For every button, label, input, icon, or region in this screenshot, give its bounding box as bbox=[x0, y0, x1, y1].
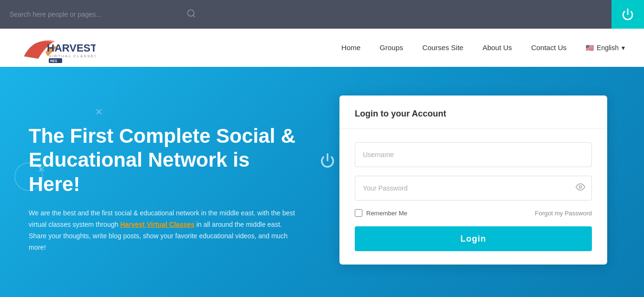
search-input[interactable] bbox=[10, 11, 201, 18]
nav-item-courses-site[interactable]: Courses Site bbox=[422, 43, 463, 52]
nav-links: Home Groups Courses Site About Us Contac… bbox=[341, 43, 625, 52]
hero-section: × × The First Complete Social & Educatio… bbox=[0, 67, 644, 297]
login-card: Login to your Account bbox=[339, 95, 607, 265]
hero-title: The First Complete Social & Educational … bbox=[29, 124, 296, 196]
remember-row: Remember Me Forgot my Password bbox=[355, 209, 592, 217]
eye-icon[interactable] bbox=[576, 182, 585, 194]
login-sidebar bbox=[316, 95, 339, 170]
hero-desc-link[interactable]: Harvest Virtual Classes bbox=[120, 221, 194, 228]
nav-item-about-us[interactable]: About Us bbox=[482, 43, 512, 52]
login-card-wrap: Login to your Account bbox=[316, 86, 607, 265]
svg-point-10 bbox=[579, 186, 582, 188]
nav-item-groups[interactable]: Groups bbox=[380, 43, 403, 52]
language-selector[interactable]: 🇺🇸 English ▾ bbox=[586, 44, 625, 52]
deco-circle-small bbox=[14, 162, 43, 191]
login-button[interactable]: Login bbox=[355, 226, 592, 251]
sidebar-power-icon bbox=[320, 153, 335, 170]
remember-checkbox[interactable] bbox=[355, 209, 362, 217]
svg-text:HARVEST: HARVEST bbox=[47, 42, 96, 54]
password-input[interactable] bbox=[355, 176, 592, 201]
remember-label: Remember Me bbox=[366, 210, 407, 217]
nav-item-home[interactable]: Home bbox=[341, 43, 360, 52]
logo-image: HARVEST VIRTUAL CLASSES RES bbox=[19, 32, 96, 64]
nav-item-contact-us[interactable]: Contact Us bbox=[531, 43, 567, 52]
login-card-header: Login to your Account bbox=[339, 95, 607, 129]
login-card-body: Remember Me Forgot my Password Login bbox=[339, 129, 607, 265]
language-label: English bbox=[597, 44, 619, 52]
top-bar bbox=[0, 0, 644, 29]
search-icon bbox=[186, 9, 196, 21]
username-input[interactable] bbox=[355, 142, 592, 167]
svg-text:RES: RES bbox=[50, 59, 57, 63]
remember-left: Remember Me bbox=[355, 209, 407, 217]
username-group bbox=[355, 142, 592, 167]
password-group bbox=[355, 176, 592, 201]
login-card-title: Login to your Account bbox=[355, 109, 592, 119]
navbar: HARVEST VIRTUAL CLASSES RES Home Groups … bbox=[0, 29, 644, 67]
power-button-top[interactable] bbox=[611, 0, 644, 29]
watermark: مستقل mostaql.com bbox=[253, 289, 349, 297]
chevron-down-icon: ▾ bbox=[622, 44, 625, 52]
logo: HARVEST VIRTUAL CLASSES RES bbox=[19, 32, 96, 64]
forgot-password-link[interactable]: Forgot my Password bbox=[535, 210, 592, 217]
hero-description: We are the best and the first social & e… bbox=[29, 208, 296, 253]
svg-line-1 bbox=[193, 15, 195, 17]
flag-icon: 🇺🇸 bbox=[586, 44, 594, 52]
svg-text:VIRTUAL CLASSES: VIRTUAL CLASSES bbox=[49, 54, 96, 58]
